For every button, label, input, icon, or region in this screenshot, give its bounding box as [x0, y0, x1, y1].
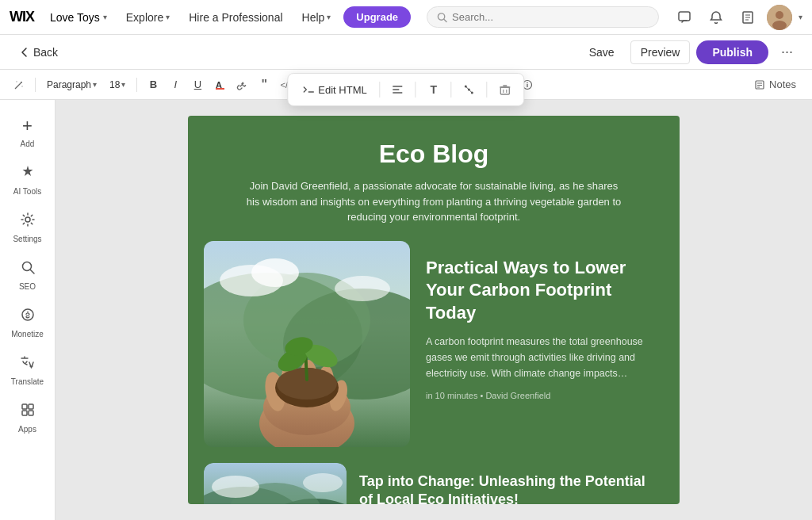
magic-wand-button[interactable] [10, 75, 29, 94]
sidebar-item-add-label: Add [21, 140, 35, 148]
search-input[interactable] [452, 11, 649, 23]
svg-point-60 [25, 217, 30, 222]
sidebar-item-ai-tools[interactable]: AI Tools [4, 158, 52, 202]
format-options-icon-button[interactable] [458, 78, 481, 101]
magic-wand-icon [13, 79, 25, 90]
card-1-body: A carbon footprint measures the total gr… [426, 334, 648, 381]
card-1-image [204, 241, 410, 447]
toolbar-right-actions: Save Preview Publish ··· [580, 40, 799, 64]
back-label: Back [33, 46, 58, 59]
et-divider-2 [136, 78, 137, 92]
svg-rect-64 [22, 404, 27, 409]
more-options-button[interactable]: ··· [775, 40, 799, 63]
canvas-area: Eco Blog Join David Greenfield, a passio… [56, 100, 812, 520]
avatar-image [767, 5, 792, 30]
svg-point-61 [22, 262, 31, 271]
card-2-illustration [204, 463, 347, 505]
sidebar-item-translate[interactable]: Translate [4, 348, 52, 392]
quote-button[interactable]: " [255, 75, 274, 94]
paragraph-style-dropdown[interactable]: Paragraph ▾ [42, 77, 102, 93]
card-1-meta: in 10 minutes • David Greenfield [426, 391, 648, 400]
underline-button[interactable]: U [188, 75, 207, 94]
format-options-icon [463, 83, 476, 96]
blog-subtitle: Join David Greenfield, a passionate advo… [243, 178, 624, 225]
sidebar-item-monetize[interactable]: Monetize [4, 300, 52, 345]
search-icon [437, 12, 447, 23]
paragraph-chevron-icon: ▾ [93, 80, 97, 89]
toolbar-divider-1 [380, 82, 381, 98]
edit-html-button[interactable]: Edit HTML [296, 80, 373, 99]
site-name-button[interactable]: Love Toys ▾ [44, 8, 113, 27]
hire-label: Hire a Professional [189, 11, 282, 24]
svg-point-24 [21, 86, 23, 87]
site-name-chevron-icon: ▾ [103, 13, 107, 21]
sidebar-item-seo-label: SEO [19, 282, 36, 291]
svg-line-17 [466, 86, 473, 93]
sidebar-item-seo[interactable]: SEO [4, 253, 52, 297]
sidebar-item-settings[interactable]: Settings [4, 205, 52, 250]
card-2-title: Tap into Change: Unleashing the Potentia… [359, 472, 651, 505]
bell-icon [709, 10, 723, 25]
svg-line-1 [444, 19, 446, 21]
notifications-icon-button[interactable] [703, 5, 729, 30]
italic-button[interactable]: I [166, 75, 185, 94]
trash-icon [499, 84, 511, 96]
help-nav-item[interactable]: Help ▾ [296, 8, 338, 27]
publish-button[interactable]: Publish [696, 40, 768, 64]
notes-button[interactable]: Notes [748, 75, 802, 94]
hire-nav-item[interactable]: Hire a Professional [182, 8, 289, 27]
toolbar-divider-3 [451, 82, 452, 98]
text-style-icon: T [430, 83, 437, 96]
search-box[interactable] [427, 6, 659, 28]
avatar[interactable] [767, 5, 792, 30]
svg-point-92 [212, 476, 259, 498]
blog-title: Eco Blog [204, 140, 664, 169]
paragraph-label: Paragraph [47, 79, 91, 90]
notes-label: Notes [769, 78, 796, 90]
left-sidebar: + Add AI Tools Settings [0, 100, 56, 520]
back-button[interactable]: Back [13, 43, 64, 62]
svg-point-8 [776, 11, 783, 19]
page-canvas[interactable]: Eco Blog Join David Greenfield, a passio… [188, 116, 680, 504]
bold-button[interactable]: B [144, 75, 163, 94]
font-color-button[interactable]: A [210, 75, 229, 94]
delete-icon-button[interactable] [494, 78, 516, 101]
svg-rect-18 [500, 87, 509, 94]
explore-nav-item[interactable]: Explore ▾ [120, 8, 176, 27]
main-layout: + Add AI Tools Settings [0, 100, 812, 520]
pages-icon-button[interactable] [735, 5, 760, 30]
svg-point-23 [16, 81, 17, 82]
editor-action-toolbar: Back Edit HTML T [0, 35, 812, 70]
chain-icon [236, 79, 247, 90]
text-style-icon-button[interactable]: T [423, 78, 445, 101]
svg-point-9 [772, 21, 787, 30]
blog-card-2[interactable]: Tap into Change: Unleashing the Potentia… [204, 463, 664, 505]
sidebar-item-add[interactable]: + Add [4, 109, 52, 155]
pages-icon [741, 10, 755, 25]
link-style-button[interactable] [232, 75, 251, 94]
edit-html-label: Edit HTML [318, 84, 366, 96]
card-2-image [204, 463, 347, 505]
nav-right-icons: ▾ [672, 5, 802, 30]
add-icon: + [22, 116, 33, 136]
blog-header: Eco Blog Join David Greenfield, a passio… [188, 116, 680, 241]
chat-icon [677, 10, 691, 25]
svg-rect-2 [679, 12, 690, 21]
blog-card-1[interactable]: Practical Ways to Lower Your Carbon Foot… [204, 241, 664, 447]
help-label: Help [302, 11, 325, 24]
chat-icon-button[interactable] [672, 5, 697, 30]
font-size-dropdown[interactable]: 18 ▾ [105, 77, 130, 93]
back-arrow-icon [19, 47, 30, 58]
svg-rect-26 [216, 88, 224, 90]
upgrade-button[interactable]: Upgrade [343, 6, 411, 28]
svg-rect-65 [29, 404, 33, 409]
format-align-icon-button[interactable] [387, 78, 409, 101]
seo-icon [20, 259, 36, 279]
translate-icon [20, 354, 36, 374]
svg-point-73 [251, 258, 299, 287]
avatar-chevron-icon: ▾ [799, 13, 802, 21]
save-button[interactable]: Save [580, 41, 624, 63]
sidebar-item-apps[interactable]: Apps [4, 396, 52, 440]
preview-button[interactable]: Preview [630, 40, 691, 64]
card-2-content: Tap into Change: Unleashing the Potentia… [347, 463, 664, 505]
